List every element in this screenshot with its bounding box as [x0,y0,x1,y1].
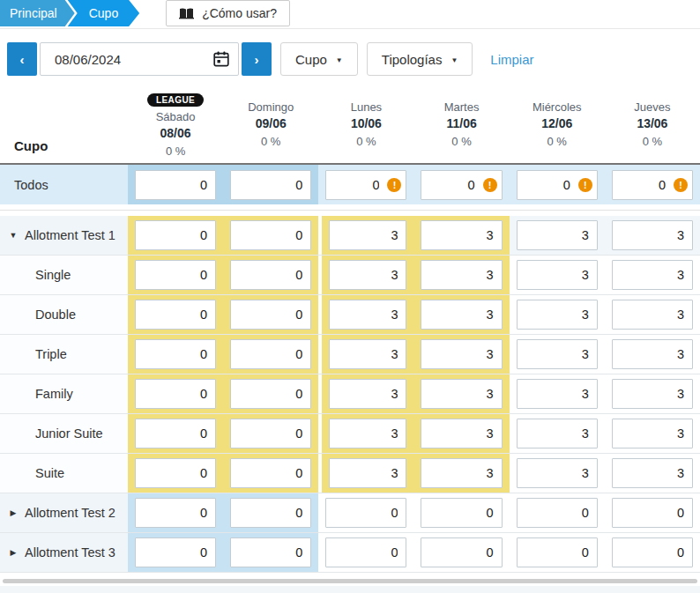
cupo-input[interactable] [329,300,406,330]
cupo-input[interactable] [230,170,311,200]
table-row-single: Single [0,256,700,295]
cupo-input[interactable] [135,260,216,290]
cupo-input[interactable] [421,339,502,369]
cupo-cell [510,256,605,294]
cupo-input[interactable] [230,458,311,488]
cupo-cell [128,414,223,453]
cupo-input[interactable] [329,379,406,409]
cupo-input[interactable] [230,339,311,369]
cupo-input[interactable] [421,260,502,290]
cupo-input[interactable] [230,260,311,290]
cupo-input[interactable] [517,419,598,448]
cupo-cell [413,256,509,294]
prev-date-button[interactable]: ‹ [7,42,37,76]
cupo-input[interactable] [329,458,406,488]
cupo-input[interactable] [517,220,598,250]
cupo-input[interactable] [517,458,598,488]
table-body: Todos!!!!▼Allotment Test 1SingleDoubleTr… [0,165,700,573]
calendar-icon[interactable] [213,51,229,67]
cupo-input[interactable] [612,458,693,488]
cupo-input[interactable] [230,300,311,330]
horizontal-scrollbar[interactable] [3,579,697,583]
cupo-input[interactable] [612,339,693,369]
cupo-input[interactable] [230,379,311,409]
cupo-input[interactable] [612,537,693,567]
cupo-input[interactable] [329,260,406,290]
cupo-page: Principal Cupo ¿Cómo usar? ‹ › Cupo ▼ [0,0,700,593]
cupo-input[interactable] [230,498,311,528]
warning-icon[interactable]: ! [578,178,592,192]
row-label-text: Allotment Test 2 [25,506,115,520]
caret-right-icon[interactable]: ▶ [9,508,18,517]
cupo-cell [223,295,318,334]
caret-down-icon: ▼ [336,56,343,64]
cupo-input[interactable] [135,498,216,528]
cupo-filter-button[interactable]: Cupo ▼ [280,42,358,76]
cupo-input[interactable] [135,220,216,250]
cupo-input[interactable] [421,300,502,330]
cupo-cell [510,493,605,532]
cupo-input[interactable] [517,498,598,528]
column-day: Sábado [156,109,196,125]
cupo-input[interactable] [421,537,502,567]
warning-icon[interactable]: ! [387,178,401,192]
cupo-input[interactable] [230,220,311,250]
cupo-input[interactable] [135,170,216,200]
cupo-input[interactable] [612,419,693,448]
cupo-input[interactable] [421,379,502,409]
cupo-input[interactable] [517,339,598,369]
cupo-input[interactable] [325,537,406,567]
tipologias-filter-button[interactable]: Tipologías ▼ [367,42,473,76]
cupo-input[interactable] [517,537,598,567]
cupo-input[interactable] [135,537,216,567]
column-header-domingo: Domingo09/060 % [223,93,318,163]
caret-down-icon[interactable]: ▼ [9,231,18,240]
breadcrumb-principal[interactable]: Principal [0,0,75,26]
table-row-allotment-test-1: ▼Allotment Test 1 [0,216,700,256]
row-label[interactable]: ▶Allotment Test 3 [0,533,128,572]
cupo-input[interactable] [612,379,693,409]
cupo-cell [605,256,700,294]
cupo-input[interactable] [612,300,693,330]
cupo-input[interactable] [135,379,216,409]
cupo-input[interactable] [135,419,216,448]
warning-icon[interactable]: ! [674,178,688,192]
warning-icon[interactable]: ! [483,178,497,192]
cupo-input[interactable] [517,379,598,409]
cupo-input[interactable] [421,220,502,250]
cupo-input[interactable] [517,300,598,330]
cupo-input[interactable] [517,260,598,290]
cupo-input[interactable] [230,419,311,448]
cupo-cell [128,295,223,334]
scrollbar-thumb[interactable] [3,579,697,583]
cupo-input[interactable] [135,458,216,488]
cupo-input[interactable] [612,220,693,250]
cupo-input[interactable] [135,300,216,330]
breadcrumb-cupo[interactable]: Cupo [68,0,139,26]
row-label[interactable]: ▶Allotment Test 2 [0,493,128,532]
cupo-input[interactable] [230,537,311,567]
cupo-cell [128,493,223,532]
cupo-input[interactable] [329,419,406,448]
row-label[interactable]: ▼Allotment Test 1 [0,216,128,255]
date-input[interactable] [40,42,239,76]
cupo-input[interactable] [135,339,216,369]
cupo-input[interactable] [421,458,502,488]
cupo-input[interactable] [612,498,693,528]
column-day: Martes [444,100,480,115]
cupo-input[interactable] [421,498,502,528]
cupo-input[interactable] [421,419,502,448]
cupo-cell [223,216,318,255]
how-to-use-button[interactable]: ¿Cómo usar? [166,0,290,26]
column-occupancy: 0 % [261,135,280,153]
limpiar-link[interactable]: Limpiar [490,52,533,67]
tipologias-filter-label: Tipologías [382,52,443,67]
cupo-input[interactable] [329,220,406,250]
next-date-button[interactable]: › [242,42,272,76]
cupo-input[interactable] [325,498,406,528]
cupo-input[interactable] [612,260,693,290]
caret-right-icon[interactable]: ▶ [9,548,18,557]
cupo-cell [318,374,413,413]
cupo-input[interactable] [329,339,406,369]
cupo-cell [318,493,413,532]
